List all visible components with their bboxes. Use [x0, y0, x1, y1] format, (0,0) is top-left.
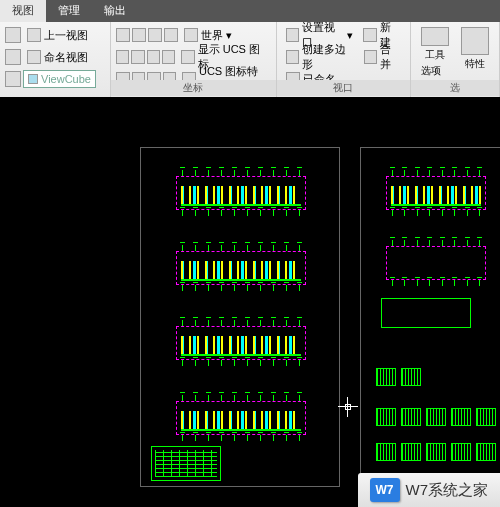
compass-icon[interactable] — [5, 71, 21, 87]
floorplan — [381, 168, 491, 218]
merge-icon — [364, 50, 377, 64]
ucs-icon-2[interactable] — [132, 28, 146, 42]
watermark-logo: W7 W7系统之家 — [358, 473, 501, 507]
floorplan — [171, 243, 311, 293]
detail-blocks — [376, 408, 496, 426]
viewcube-label: ViewCube — [41, 73, 91, 85]
tab-output[interactable]: 输出 — [92, 0, 138, 22]
floorplan — [381, 238, 491, 288]
navigate-icon[interactable] — [5, 27, 21, 43]
detail-box — [381, 298, 471, 328]
back-arrow-icon — [27, 28, 41, 42]
detail-blocks — [376, 443, 496, 461]
view-panel: 上一视图 命名视图 ViewCube — [0, 22, 111, 97]
tools-label: 工具 — [425, 48, 445, 62]
create-poly-label: 创建多边形 — [302, 42, 354, 72]
ucs-icon-5[interactable] — [116, 50, 129, 64]
viewport-icon — [286, 28, 300, 42]
viewport-panel: 设置视口▾ 新建 创建多边形 合并 已命名 视口 — [277, 22, 411, 97]
prop-label: 特性 — [465, 57, 485, 71]
ucs-icon-3[interactable] — [148, 28, 162, 42]
ucs-icon-4[interactable] — [164, 28, 178, 42]
logo-badge: W7 — [370, 478, 400, 502]
tools-icon — [421, 27, 449, 46]
grid-icon[interactable] — [5, 49, 21, 65]
list-icon — [27, 50, 41, 64]
drawing-canvas[interactable] — [0, 97, 500, 507]
poly-icon — [286, 50, 299, 64]
tab-manage[interactable]: 管理 — [46, 0, 92, 22]
tab-view[interactable]: 视图 — [0, 0, 46, 22]
drawing-sheet-2 — [360, 147, 500, 487]
ucs-icon-1[interactable] — [116, 28, 130, 42]
titleblock — [151, 446, 221, 481]
detail-blocks — [376, 368, 421, 386]
globe-icon — [184, 28, 198, 42]
floorplan — [171, 393, 311, 443]
cube-icon — [28, 74, 38, 84]
ucs-icon-7[interactable] — [147, 50, 160, 64]
prev-view-button[interactable]: 上一视图 — [23, 26, 92, 45]
crosshair-cursor — [338, 397, 358, 417]
coords-panel-title: 坐标 — [111, 80, 275, 96]
floorplan — [171, 168, 311, 218]
ucs-icon-8[interactable] — [162, 50, 175, 64]
floorplan — [171, 318, 311, 368]
ribbon-panels: 上一视图 命名视图 ViewCube 世界▾ — [0, 22, 500, 97]
palette-panel-title: 选 — [411, 80, 499, 96]
ucs-icon-6[interactable] — [131, 50, 144, 64]
prev-view-label: 上一视图 — [44, 28, 88, 43]
merge-label: 合并 — [380, 42, 401, 72]
logo-text: W7系统之家 — [406, 481, 489, 500]
named-view-label: 命名视图 — [44, 50, 88, 65]
named-view-button[interactable]: 命名视图 — [23, 48, 92, 67]
ribbon-tabs: 视图 管理 输出 — [0, 0, 500, 22]
viewport-panel-title: 视口 — [277, 80, 410, 96]
new-icon — [363, 28, 377, 42]
merge-button[interactable]: 合并 — [360, 40, 405, 74]
properties-icon — [461, 27, 489, 55]
viewcube-button[interactable]: ViewCube — [23, 70, 96, 88]
ucs-show-icon — [181, 50, 194, 64]
drawing-sheet-1 — [140, 147, 340, 487]
ribbon: 视图 管理 输出 上一视图 命名视图 ViewCube — [0, 0, 500, 98]
palette-panel: 工具 选项板 特性 选 — [411, 22, 500, 97]
coords-panel: 世界▾ 显示 UCS 图标 UCS 图标特性 坐标 — [111, 22, 276, 97]
